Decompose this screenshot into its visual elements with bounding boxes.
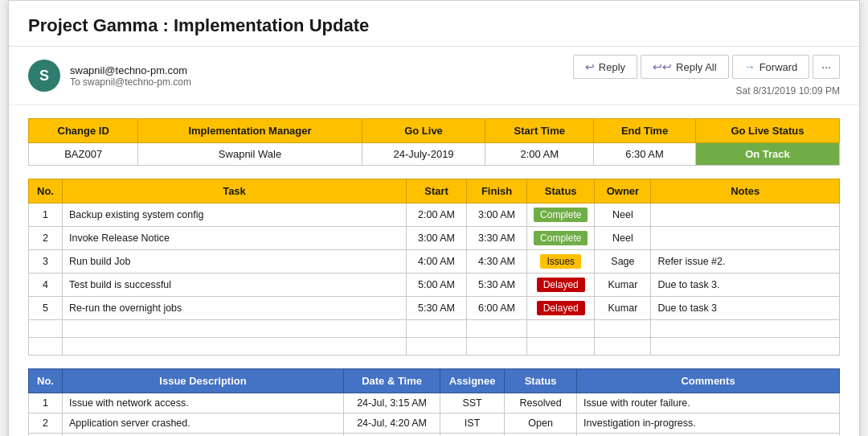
task-row: 3 Run build Job 4:00 AM 4:30 AM Issues S… [29,250,840,274]
header-right: ↩ Reply ↩↩ Reply All → Forward ··· Sat 8… [573,55,840,97]
task-col-notes: Notes [651,179,840,204]
task-desc: Backup existing system config [62,204,406,227]
task-notes: Due to task 3. [651,274,840,297]
more-button[interactable]: ··· [813,55,840,79]
email-header: S swapnil@techno-pm.com To swapnil@techn… [9,47,859,105]
issue-status: Open [505,413,577,434]
issue-assignee: SST [440,393,505,413]
issue-col-no: No. [29,369,63,393]
task-no: 5 [29,297,63,320]
task-desc: Invoke Release Notice [62,227,406,250]
go-live-status-value: On Track [695,143,839,166]
sender-email: swapnil@techno-pm.com [70,64,191,76]
task-no: 2 [29,227,63,250]
change-id-value: BAZ007 [29,143,138,166]
issue-comments: Issue with router failure. [577,393,840,413]
task-status: Complete [527,227,595,250]
issue-table: No. Issue Description Date & Time Assign… [28,368,840,436]
task-start: 5:00 AM [407,274,467,297]
action-buttons: ↩ Reply ↩↩ Reply All → Forward ··· [573,55,840,79]
col-impl-manager: Implementation Manager [138,119,362,143]
task-desc: Re-run the overnight jobs [62,297,406,320]
impl-manager-value: Swapnil Wale [138,143,362,166]
task-start: 2:00 AM [407,204,467,227]
issue-row: 1 Issue with network access. 24-Jul, 3:1… [29,393,840,413]
issue-col-comments: Comments [577,369,840,393]
task-no: 4 [29,274,63,297]
task-desc: Test build is successful [62,274,406,297]
task-notes [651,227,840,250]
issue-no: 1 [29,393,63,413]
task-no: 3 [29,250,63,274]
task-no: 1 [29,204,63,227]
task-table: No. Task Start Finish Status Owner Notes… [28,179,840,356]
task-status: Delayed [527,274,595,297]
col-end-time: End Time [594,119,696,143]
task-row: 4 Test build is successful 5:00 AM 5:30 … [29,274,840,297]
task-finish: 4:30 AM [467,250,527,274]
task-start: 4:00 AM [407,250,467,274]
issue-status: Resolved [505,393,577,413]
task-notes [651,204,840,227]
task-col-finish: Finish [467,179,527,204]
task-col-task: Task [62,179,406,204]
email-title: Project Gamma : Implementation Update [9,1,859,47]
task-owner: Neel [595,227,651,250]
task-empty-row [29,320,840,338]
task-status: Complete [527,204,595,227]
task-table-header-row: No. Task Start Finish Status Owner Notes [29,179,840,204]
issue-datetime: 24-Jul, 4:20 AM [344,413,440,434]
issue-col-status: Status [505,369,577,393]
task-col-owner: Owner [595,179,651,204]
task-start: 5:30 AM [407,297,467,320]
task-owner: Kumar [595,274,651,297]
avatar: S [28,60,60,92]
issue-assignee: IST [440,413,505,434]
issue-no: 2 [29,413,63,434]
task-col-status: Status [527,179,595,204]
task-row: 2 Invoke Release Notice 3:00 AM 3:30 AM … [29,227,840,250]
issue-col-desc: Issue Description [62,369,343,393]
col-go-live: Go Live [362,119,485,143]
status-badge-complete: Complete [534,208,588,222]
info-table-header-row: Change ID Implementation Manager Go Live… [29,119,840,143]
email-date: Sat 8/31/2019 10:09 PM [736,85,840,97]
task-row: 5 Re-run the overnight jobs 5:30 AM 6:00… [29,297,840,320]
issue-desc: Issue with network access. [62,393,343,413]
reply-button[interactable]: ↩ Reply [573,55,637,79]
sender-info: swapnil@techno-pm.com To swapnil@techno-… [70,64,191,88]
issue-desc: Application server crashed. [62,413,343,434]
task-desc: Run build Job [62,250,406,274]
sender-section: S swapnil@techno-pm.com To swapnil@techn… [28,60,191,92]
status-badge-issues: Issues [540,254,581,269]
info-table-row: BAZ007 Swapnil Wale 24-July-2019 2:00 AM… [29,143,840,166]
reply-all-icon: ↩↩ [653,60,672,73]
issue-comments: Investigation in-progress. [577,413,840,434]
task-owner: Kumar [595,297,651,320]
task-col-no: No. [29,179,63,204]
col-go-live-status: Go Live Status [695,119,839,143]
task-start: 3:00 AM [407,227,467,250]
status-badge-complete: Complete [534,231,588,245]
task-col-start: Start [407,179,467,204]
status-badge-delayed: Delayed [537,278,585,292]
forward-icon: → [744,60,755,73]
email-container: Project Gamma : Implementation Update S … [8,0,860,436]
task-status: Delayed [527,297,595,320]
issue-empty-row [29,434,840,437]
start-time-value: 2:00 AM [485,143,594,166]
task-finish: 3:00 AM [467,204,527,227]
task-empty-row [29,338,840,356]
sender-to: To swapnil@techno-pm.com [70,76,191,88]
issue-datetime: 24-Jul, 3:15 AM [344,393,440,413]
email-body: Change ID Implementation Manager Go Live… [9,105,859,436]
reply-all-button[interactable]: ↩↩ Reply All [641,55,729,79]
reply-icon: ↩ [585,60,595,73]
task-row: 1 Backup existing system config 2:00 AM … [29,204,840,227]
issue-table-header-row: No. Issue Description Date & Time Assign… [29,369,840,393]
forward-button[interactable]: → Forward [732,55,810,79]
issue-col-assignee: Assignee [440,369,505,393]
task-finish: 5:30 AM [467,274,527,297]
task-finish: 3:30 AM [467,227,527,250]
status-badge-delayed: Delayed [537,301,585,315]
